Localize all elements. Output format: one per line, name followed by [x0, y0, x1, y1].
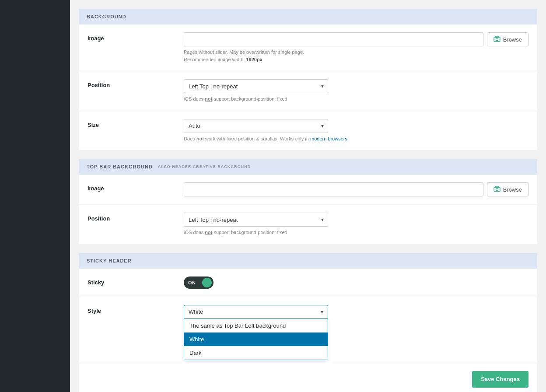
top-bar-position-row: Position Left Top | no-repeat ▾ iOS does… [79, 205, 537, 244]
background-size-row: Size Auto Cover Contain ▾ Does not work … [79, 111, 537, 150]
sticky-style-row: Style White ▾ The same as Top Bar Left b… [79, 297, 537, 363]
background-size-select[interactable]: Auto Cover Contain [184, 119, 328, 133]
top-bar-image-control: Browse [184, 182, 528, 196]
background-position-select-wrap: Left Top | no-repeat Center Top | no-rep… [184, 79, 328, 93]
save-changes-row: Save Changes [79, 363, 537, 392]
sticky-style-option-white[interactable]: White [184, 332, 328, 346]
top-bar-image-input-group: Browse [184, 182, 528, 196]
background-size-select-wrap: Auto Cover Contain ▾ [184, 119, 328, 133]
background-size-control: Auto Cover Contain ▾ Does not work with … [184, 119, 528, 143]
background-position-row: Position Left Top | no-repeat Center Top… [79, 71, 537, 111]
background-image-input-group: Browse [184, 32, 528, 46]
sticky-style-dropdown-arrow: ▾ [321, 309, 323, 315]
background-image-browse-button[interactable]: Browse [487, 32, 528, 46]
sticky-control: ON [184, 276, 528, 289]
background-image-row: Image Browse [79, 24, 537, 71]
top-bar-position-select-wrap: Left Top | no-repeat ▾ [184, 213, 328, 227]
modern-browsers-link[interactable]: modern browsers [310, 136, 347, 141]
sticky-header-section-title: STICKY HEADER [87, 258, 132, 263]
browse-icon-2 [494, 186, 500, 193]
background-size-hint: Does not work with fixed position & para… [184, 135, 528, 143]
top-bar-image-input[interactable] [184, 182, 483, 196]
top-bar-position-hint: iOS does not support background-position… [184, 229, 528, 236]
browse-icon [494, 36, 500, 43]
top-bar-position-label: Position [88, 213, 184, 222]
sticky-style-dropdown-selected[interactable]: White ▾ [184, 305, 328, 319]
save-changes-button[interactable]: Save Changes [472, 371, 528, 388]
sticky-style-option-dark[interactable]: Dark [184, 346, 328, 360]
background-image-control: Browse Pages without slider. May be over… [184, 32, 528, 63]
background-section-title: BACKGROUND [87, 14, 126, 19]
background-image-input[interactable] [184, 32, 483, 46]
background-position-hint: iOS does not support background-position… [184, 95, 528, 103]
sticky-label: Sticky [88, 276, 184, 286]
sticky-row: Sticky ON [79, 269, 537, 297]
background-section-header: BACKGROUND [79, 9, 537, 24]
sticky-style-label: Style [88, 305, 184, 314]
svg-point-5 [496, 188, 498, 190]
top-bar-position-select[interactable]: Left Top | no-repeat [184, 213, 328, 227]
sticky-style-option-same-as-top-bar[interactable]: The same as Top Bar Left background [184, 319, 328, 332]
sticky-toggle-track[interactable]: ON [184, 276, 214, 289]
sticky-toggle-knob [202, 278, 212, 287]
top-bar-image-label: Image [88, 182, 184, 192]
top-bar-position-control: Left Top | no-repeat ▾ iOS does not supp… [184, 213, 528, 236]
sticky-toggle[interactable]: ON [184, 276, 528, 289]
sticky-header-section: STICKY HEADER Sticky ON Style White [79, 253, 537, 392]
background-image-browse-label: Browse [503, 36, 522, 43]
main-content: BACKGROUND Image Brow [70, 0, 546, 392]
background-position-select[interactable]: Left Top | no-repeat Center Top | no-rep… [184, 79, 328, 93]
sticky-style-control: White ▾ The same as Top Bar Left backgro… [184, 305, 528, 319]
background-image-hint: Pages without slider. May be overwritten… [184, 49, 528, 63]
top-bar-image-browse-button[interactable]: Browse [487, 182, 528, 196]
top-bar-section-title: TOP BAR BACKGROUND [87, 164, 153, 169]
page-footer: Thank you for creating with WordPress. V… [70, 389, 546, 392]
background-image-label: Image [88, 32, 184, 42]
top-bar-image-browse-label: Browse [503, 186, 522, 193]
top-bar-section-header: TOP BAR BACKGROUND ALSO HEADER CREATIVE … [79, 159, 537, 175]
background-section: BACKGROUND Image Brow [79, 9, 537, 150]
sticky-style-dropdown-container: White ▾ The same as Top Bar Left backgro… [184, 305, 328, 319]
sidebar [0, 0, 70, 392]
top-bar-image-row: Image Browse [79, 175, 537, 205]
background-position-label: Position [88, 79, 184, 88]
sticky-style-dropdown-list: The same as Top Bar Left background Whit… [184, 319, 328, 360]
background-position-control: Left Top | no-repeat Center Top | no-rep… [184, 79, 528, 103]
top-bar-section-subtitle: ALSO HEADER CREATIVE BACKGROUND [158, 164, 251, 169]
background-size-label: Size [88, 119, 184, 128]
top-bar-section: TOP BAR BACKGROUND ALSO HEADER CREATIVE … [79, 159, 537, 244]
svg-point-2 [496, 38, 498, 40]
sticky-toggle-on-label: ON [188, 280, 196, 285]
sticky-header-section-header: STICKY HEADER [79, 253, 537, 269]
sticky-style-selected-value: White [189, 308, 203, 315]
